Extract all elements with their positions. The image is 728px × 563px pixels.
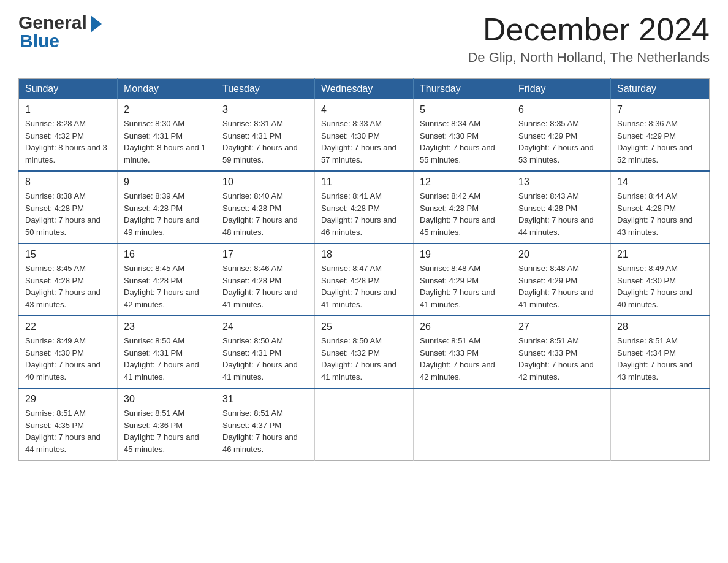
day-number: 23	[124, 321, 210, 332]
calendar-cell-week2-day1: 8 Sunrise: 8:38 AM Sunset: 4:28 PM Dayli…	[19, 171, 118, 243]
calendar-week-2: 8 Sunrise: 8:38 AM Sunset: 4:28 PM Dayli…	[19, 171, 710, 243]
day-info: Sunrise: 8:50 AM Sunset: 4:31 PM Dayligh…	[124, 335, 210, 383]
day-info: Sunrise: 8:41 AM Sunset: 4:28 PM Dayligh…	[321, 190, 407, 238]
calendar-cell-week3-day3: 17 Sunrise: 8:46 AM Sunset: 4:28 PM Dayl…	[216, 243, 315, 316]
logo-chevron-icon	[91, 15, 102, 33]
day-number: 20	[518, 249, 604, 260]
calendar-cell-week5-day7	[611, 388, 710, 461]
col-header-wednesday: Wednesday	[315, 79, 414, 100]
day-info: Sunrise: 8:43 AM Sunset: 4:28 PM Dayligh…	[518, 190, 604, 238]
day-info: Sunrise: 8:28 AM Sunset: 4:32 PM Dayligh…	[25, 118, 111, 166]
day-number: 12	[420, 177, 506, 188]
day-info: Sunrise: 8:31 AM Sunset: 4:31 PM Dayligh…	[222, 118, 308, 166]
day-number: 25	[321, 321, 407, 332]
calendar-cell-week2-day3: 10 Sunrise: 8:40 AM Sunset: 4:28 PM Dayl…	[216, 171, 315, 243]
month-title: December 2024	[468, 12, 710, 47]
calendar-cell-week4-day6: 27 Sunrise: 8:51 AM Sunset: 4:33 PM Dayl…	[512, 316, 611, 388]
day-info: Sunrise: 8:50 AM Sunset: 4:31 PM Dayligh…	[222, 335, 308, 383]
day-number: 27	[518, 321, 604, 332]
day-info: Sunrise: 8:35 AM Sunset: 4:29 PM Dayligh…	[518, 118, 604, 166]
day-number: 28	[617, 321, 703, 332]
day-info: Sunrise: 8:51 AM Sunset: 4:33 PM Dayligh…	[420, 335, 506, 383]
calendar-cell-week3-day7: 21 Sunrise: 8:49 AM Sunset: 4:30 PM Dayl…	[611, 243, 710, 316]
day-info: Sunrise: 8:51 AM Sunset: 4:35 PM Dayligh…	[25, 407, 111, 455]
calendar-cell-week4-day3: 24 Sunrise: 8:50 AM Sunset: 4:31 PM Dayl…	[216, 316, 315, 388]
day-number: 16	[124, 249, 210, 260]
col-header-saturday: Saturday	[611, 79, 710, 100]
day-info: Sunrise: 8:48 AM Sunset: 4:29 PM Dayligh…	[420, 262, 506, 310]
calendar-cell-week5-day1: 29 Sunrise: 8:51 AM Sunset: 4:35 PM Dayl…	[19, 388, 118, 461]
calendar-cell-week3-day1: 15 Sunrise: 8:45 AM Sunset: 4:28 PM Dayl…	[19, 243, 118, 316]
calendar-cell-week4-day1: 22 Sunrise: 8:49 AM Sunset: 4:30 PM Dayl…	[19, 316, 118, 388]
day-number: 17	[222, 249, 308, 260]
day-number: 4	[321, 104, 407, 115]
calendar-table: Sunday Monday Tuesday Wednesday Thursday…	[18, 78, 710, 461]
calendar-cell-week1-day5: 5 Sunrise: 8:34 AM Sunset: 4:30 PM Dayli…	[414, 99, 512, 171]
calendar-cell-week2-day5: 12 Sunrise: 8:42 AM Sunset: 4:28 PM Dayl…	[414, 171, 512, 243]
day-number: 30	[124, 394, 210, 405]
calendar-cell-week2-day6: 13 Sunrise: 8:43 AM Sunset: 4:28 PM Dayl…	[512, 171, 611, 243]
day-info: Sunrise: 8:49 AM Sunset: 4:30 PM Dayligh…	[25, 335, 111, 383]
calendar-cell-week5-day3: 31 Sunrise: 8:51 AM Sunset: 4:37 PM Dayl…	[216, 388, 315, 461]
calendar-header-row: Sunday Monday Tuesday Wednesday Thursday…	[19, 79, 710, 100]
day-number: 9	[124, 177, 210, 188]
day-number: 13	[518, 177, 604, 188]
logo-general-text: General	[18, 12, 87, 33]
calendar-cell-week4-day2: 23 Sunrise: 8:50 AM Sunset: 4:31 PM Dayl…	[118, 316, 216, 388]
day-number: 24	[222, 321, 308, 332]
calendar-cell-week4-day5: 26 Sunrise: 8:51 AM Sunset: 4:33 PM Dayl…	[414, 316, 512, 388]
day-info: Sunrise: 8:40 AM Sunset: 4:28 PM Dayligh…	[222, 190, 308, 238]
calendar-cell-week1-day2: 2 Sunrise: 8:30 AM Sunset: 4:31 PM Dayli…	[118, 99, 216, 171]
calendar-week-5: 29 Sunrise: 8:51 AM Sunset: 4:35 PM Dayl…	[19, 388, 710, 461]
day-number: 2	[124, 104, 210, 115]
calendar-cell-week3-day5: 19 Sunrise: 8:48 AM Sunset: 4:29 PM Dayl…	[414, 243, 512, 316]
calendar-cell-week2-day2: 9 Sunrise: 8:39 AM Sunset: 4:28 PM Dayli…	[118, 171, 216, 243]
day-number: 1	[25, 104, 111, 115]
col-header-monday: Monday	[118, 79, 216, 100]
day-info: Sunrise: 8:45 AM Sunset: 4:28 PM Dayligh…	[124, 262, 210, 310]
day-info: Sunrise: 8:33 AM Sunset: 4:30 PM Dayligh…	[321, 118, 407, 166]
day-info: Sunrise: 8:45 AM Sunset: 4:28 PM Dayligh…	[25, 262, 111, 310]
day-info: Sunrise: 8:51 AM Sunset: 4:33 PM Dayligh…	[518, 335, 604, 383]
calendar-cell-week4-day7: 28 Sunrise: 8:51 AM Sunset: 4:34 PM Dayl…	[611, 316, 710, 388]
day-number: 14	[617, 177, 703, 188]
calendar-cell-week5-day4	[315, 388, 414, 461]
day-info: Sunrise: 8:42 AM Sunset: 4:28 PM Dayligh…	[420, 190, 506, 238]
calendar-cell-week4-day4: 25 Sunrise: 8:50 AM Sunset: 4:32 PM Dayl…	[315, 316, 414, 388]
day-number: 10	[222, 177, 308, 188]
day-info: Sunrise: 8:46 AM Sunset: 4:28 PM Dayligh…	[222, 262, 308, 310]
day-info: Sunrise: 8:51 AM Sunset: 4:37 PM Dayligh…	[222, 407, 308, 455]
calendar-week-3: 15 Sunrise: 8:45 AM Sunset: 4:28 PM Dayl…	[19, 243, 710, 316]
day-number: 11	[321, 177, 407, 188]
day-info: Sunrise: 8:48 AM Sunset: 4:29 PM Dayligh…	[518, 262, 604, 310]
day-number: 7	[617, 104, 703, 115]
day-info: Sunrise: 8:49 AM Sunset: 4:30 PM Dayligh…	[617, 262, 703, 310]
col-header-tuesday: Tuesday	[216, 79, 315, 100]
calendar-cell-week2-day7: 14 Sunrise: 8:44 AM Sunset: 4:28 PM Dayl…	[611, 171, 710, 243]
calendar-cell-week5-day5	[414, 388, 512, 461]
day-number: 19	[420, 249, 506, 260]
calendar-cell-week3-day6: 20 Sunrise: 8:48 AM Sunset: 4:29 PM Dayl…	[512, 243, 611, 316]
calendar-cell-week1-day7: 7 Sunrise: 8:36 AM Sunset: 4:29 PM Dayli…	[611, 99, 710, 171]
day-number: 22	[25, 321, 111, 332]
day-number: 3	[222, 104, 308, 115]
page-header: General Blue December 2024 De Glip, Nort…	[18, 12, 710, 66]
day-info: Sunrise: 8:30 AM Sunset: 4:31 PM Dayligh…	[124, 118, 210, 166]
day-info: Sunrise: 8:44 AM Sunset: 4:28 PM Dayligh…	[617, 190, 703, 238]
calendar-week-4: 22 Sunrise: 8:49 AM Sunset: 4:30 PM Dayl…	[19, 316, 710, 388]
title-section: December 2024 De Glip, North Holland, Th…	[468, 12, 710, 66]
day-info: Sunrise: 8:34 AM Sunset: 4:30 PM Dayligh…	[420, 118, 506, 166]
day-info: Sunrise: 8:51 AM Sunset: 4:36 PM Dayligh…	[124, 407, 210, 455]
day-number: 5	[420, 104, 506, 115]
day-info: Sunrise: 8:36 AM Sunset: 4:29 PM Dayligh…	[617, 118, 703, 166]
col-header-sunday: Sunday	[19, 79, 118, 100]
day-number: 29	[25, 394, 111, 405]
day-info: Sunrise: 8:51 AM Sunset: 4:34 PM Dayligh…	[617, 335, 703, 383]
col-header-friday: Friday	[512, 79, 611, 100]
calendar-cell-week1-day1: 1 Sunrise: 8:28 AM Sunset: 4:32 PM Dayli…	[19, 99, 118, 171]
calendar-week-1: 1 Sunrise: 8:28 AM Sunset: 4:32 PM Dayli…	[19, 99, 710, 171]
calendar-cell-week1-day3: 3 Sunrise: 8:31 AM Sunset: 4:31 PM Dayli…	[216, 99, 315, 171]
day-number: 8	[25, 177, 111, 188]
day-number: 15	[25, 249, 111, 260]
day-info: Sunrise: 8:47 AM Sunset: 4:28 PM Dayligh…	[321, 262, 407, 310]
